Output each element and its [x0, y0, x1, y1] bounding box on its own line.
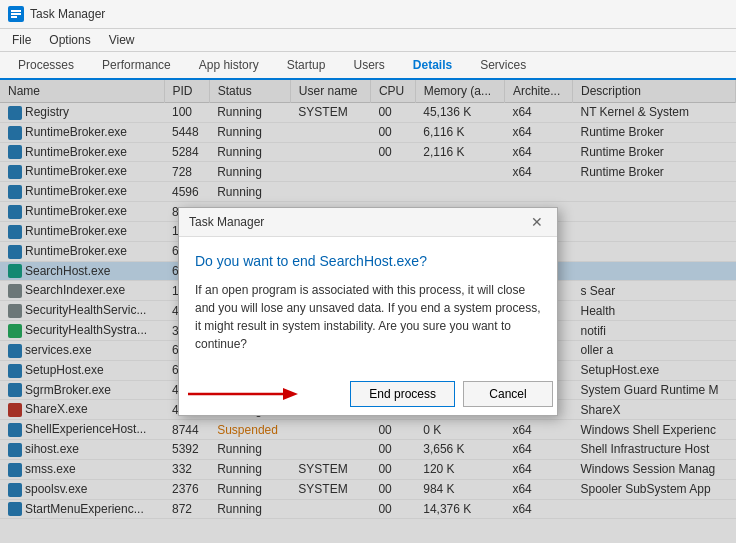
modal-message: If an open program is associated with th…: [195, 281, 541, 353]
tab-bar: Processes Performance App history Startu…: [0, 52, 736, 80]
svg-marker-5: [283, 388, 298, 400]
title-bar: Task Manager: [0, 0, 736, 29]
svg-rect-1: [11, 10, 21, 12]
tab-users[interactable]: Users: [339, 52, 398, 80]
menu-file[interactable]: File: [4, 31, 39, 49]
tab-performance[interactable]: Performance: [88, 52, 185, 80]
window-title: Task Manager: [30, 7, 105, 21]
tab-details[interactable]: Details: [399, 52, 466, 80]
modal-title: Task Manager: [189, 215, 264, 229]
modal-buttons: End process Cancel: [179, 381, 557, 415]
menu-bar: File Options View: [0, 29, 736, 52]
svg-rect-3: [11, 16, 17, 18]
arrow-container: [183, 382, 342, 406]
svg-rect-2: [11, 13, 21, 15]
tab-processes[interactable]: Processes: [4, 52, 88, 80]
modal-body: Do you want to end SearchHost.exe? If an…: [179, 237, 557, 381]
menu-view[interactable]: View: [101, 31, 143, 49]
modal-question: Do you want to end SearchHost.exe?: [195, 253, 541, 269]
task-manager-icon: [8, 6, 24, 22]
end-process-dialog: Task Manager ✕ Do you want to end Search…: [178, 207, 558, 416]
modal-close-button[interactable]: ✕: [527, 214, 547, 230]
menu-options[interactable]: Options: [41, 31, 98, 49]
arrow-icon: [183, 382, 303, 406]
tab-services[interactable]: Services: [466, 52, 540, 80]
modal-title-bar: Task Manager ✕: [179, 208, 557, 237]
tab-app-history[interactable]: App history: [185, 52, 273, 80]
cancel-button[interactable]: Cancel: [463, 381, 553, 407]
process-table-container: Name PID Status User name CPU Memory (a.…: [0, 80, 736, 543]
end-process-button[interactable]: End process: [350, 381, 455, 407]
tab-startup[interactable]: Startup: [273, 52, 340, 80]
modal-overlay: Task Manager ✕ Do you want to end Search…: [0, 80, 736, 543]
